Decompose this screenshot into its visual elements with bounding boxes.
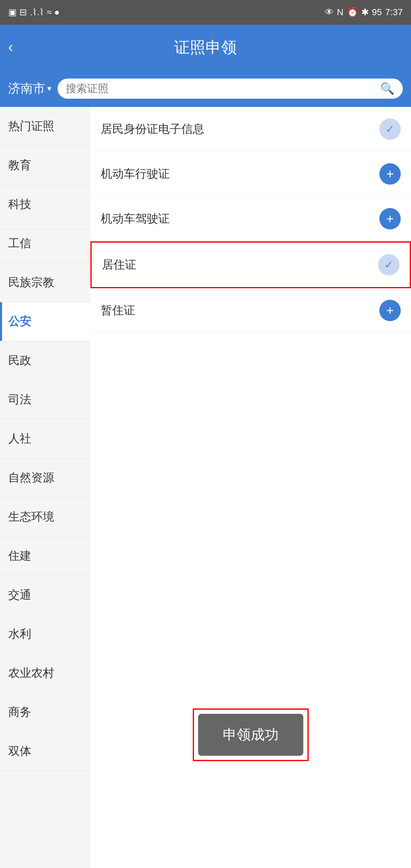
success-button[interactable]: 申领成功	[198, 714, 303, 756]
status-bar-icons: ▣ ⊟	[8, 7, 27, 18]
sidebar-item-civil[interactable]: 民政	[0, 341, 90, 380]
sidebar-item-commerce[interactable]: 商务	[0, 693, 90, 732]
search-bar: 济南市 ▾ 🔍	[0, 70, 411, 107]
page-title: 证照申领	[174, 37, 237, 58]
btn-add-vehicle-license[interactable]: +	[379, 163, 401, 185]
status-bar-left: ▣ ⊟ .⌇.⌇ ≈ ●	[8, 7, 60, 18]
sidebar-item-tech[interactable]: 科技	[0, 185, 90, 224]
sidebar-item-ethnic[interactable]: 民族宗教	[0, 263, 90, 302]
back-button[interactable]: ‹	[8, 39, 13, 56]
sidebar-item-nature[interactable]: 自然资源	[0, 458, 90, 498]
sidebar-item-judicial[interactable]: 司法	[0, 380, 90, 419]
sidebar-item-housing[interactable]: 住建	[0, 537, 90, 576]
license-name-id-card: 居民身份证电子信息	[101, 121, 379, 137]
status-bar: ▣ ⊟ .⌇.⌇ ≈ ● 👁 N ⏰ ✱ 95 7:37	[0, 0, 411, 25]
n-icon: N	[337, 7, 344, 18]
eye-icon: 👁	[325, 7, 334, 18]
city-selector[interactable]: 济南市 ▾	[8, 80, 51, 97]
header: ‹ 证照申领	[0, 25, 411, 70]
city-dropdown-arrow: ▾	[47, 83, 51, 93]
license-item-driver-license[interactable]: 机动车驾驶证+	[90, 197, 411, 241]
sidebar-item-edu[interactable]: 教育	[0, 146, 90, 185]
btn-add-temp-residence[interactable]: +	[379, 300, 401, 321]
sidebar-item-agri[interactable]: 农业农村	[0, 654, 90, 693]
battery-indicator: 95	[372, 7, 382, 18]
right-content: 居民身份证电子信息✓机动车行驶证+机动车驾驶证+居住证✓暂住证+ 申领成功	[90, 107, 411, 868]
status-bar-right: 👁 N ⏰ ✱ 95 7:37	[325, 7, 403, 18]
sidebar-item-ecology[interactable]: 生态环境	[0, 498, 90, 537]
main-content: 热门证照教育科技工信民族宗教公安民政司法人社自然资源生态环境住建交通水利农业农村…	[0, 107, 411, 868]
sidebar-item-transport[interactable]: 交通	[0, 576, 90, 615]
search-input[interactable]	[66, 82, 376, 95]
license-item-residence-permit[interactable]: 居住证✓	[90, 241, 411, 288]
sidebar-item-hot[interactable]: 热门证照	[0, 107, 90, 146]
license-name-residence-permit: 居住证	[102, 257, 378, 273]
btn-checked-residence-permit[interactable]: ✓	[378, 254, 399, 275]
search-input-wrapper: 🔍	[58, 79, 403, 99]
success-button-container: 申领成功	[193, 708, 309, 761]
sidebar-item-hr[interactable]: 人社	[0, 419, 90, 458]
license-name-driver-license: 机动车驾驶证	[101, 211, 379, 227]
alarm-icon: ⏰	[347, 7, 358, 18]
license-name-vehicle-license: 机动车行驶证	[101, 166, 379, 182]
sidebar-item-industry[interactable]: 工信	[0, 224, 90, 263]
btn-checked-id-card[interactable]: ✓	[379, 118, 401, 140]
signal-icons: .⌇.⌇ ≈ ●	[30, 7, 60, 18]
license-item-vehicle-license[interactable]: 机动车行驶证+	[90, 152, 411, 197]
sidebar-item-police[interactable]: 公安	[0, 302, 90, 341]
license-name-temp-residence: 暂住证	[101, 303, 379, 318]
license-item-temp-residence[interactable]: 暂住证+	[90, 288, 411, 333]
sidebar-item-water[interactable]: 水利	[0, 615, 90, 654]
search-icon: 🔍	[380, 82, 395, 95]
sidebar-item-more[interactable]: 双体	[0, 732, 90, 771]
sidebar: 热门证照教育科技工信民族宗教公安民政司法人社自然资源生态环境住建交通水利农业农村…	[0, 107, 90, 868]
city-name: 济南市	[8, 80, 45, 97]
license-item-id-card[interactable]: 居民身份证电子信息✓	[90, 107, 411, 152]
btn-add-driver-license[interactable]: +	[379, 208, 401, 229]
time-display: 7:37	[385, 7, 403, 18]
bluetooth-icon: ✱	[361, 7, 369, 18]
